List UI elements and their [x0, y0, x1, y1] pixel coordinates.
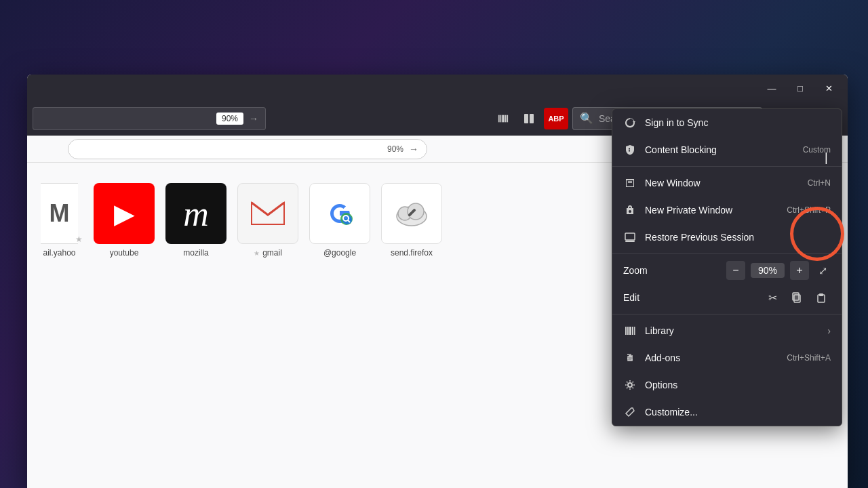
private-window-icon [623, 203, 637, 217]
svg-point-20 [408, 203, 424, 220]
content-blocking-label: Content Blocking [645, 144, 795, 155]
svg-rect-2 [502, 115, 505, 122]
svg-rect-32 [627, 327, 629, 335]
library-icon [623, 324, 637, 338]
menu-item-customize[interactable]: Customize... [612, 399, 842, 426]
shortcut-partial-mail[interactable]: M ail.yahoo [41, 183, 78, 258]
options-icon [623, 378, 637, 392]
zoom-label: Zoom [623, 265, 721, 276]
divider-2 [612, 253, 842, 254]
customize-label: Customize... [645, 407, 831, 418]
zoom-row: Zoom − 90% + ⤢ [612, 257, 842, 284]
paste-icon[interactable] [812, 288, 831, 307]
menu-item-sign-in-sync[interactable]: Sign in to Sync [612, 109, 842, 136]
reader-mode-button[interactable] [518, 108, 540, 129]
shortcut-send-firefox[interactable]: send.firefox [381, 183, 442, 258]
adblock-button[interactable]: ABP [544, 108, 568, 129]
browser-window: — □ ✕ 90% → ABP 🔍 [27, 75, 848, 488]
zoom-expand-icon[interactable]: ⤢ [814, 262, 831, 279]
google-label: @google [323, 248, 356, 258]
menu-item-restore-session[interactable]: Restore Previous Session [612, 224, 842, 251]
restore-session-label: Restore Previous Session [645, 232, 831, 243]
shortcut-youtube[interactable]: ▶ youtube [94, 183, 155, 258]
library-arrow: › [827, 325, 831, 336]
gmail-star: ★ [254, 249, 260, 257]
svg-rect-36 [629, 355, 631, 357]
menu-item-library[interactable]: Library › [612, 317, 842, 344]
menu-item-new-window[interactable]: New Window Ctrl+N [612, 169, 842, 197]
svg-rect-1 [500, 115, 502, 122]
sync-icon [623, 116, 637, 129]
send-firefox-label: send.firefox [391, 248, 433, 258]
minimize-button[interactable]: — [758, 78, 785, 98]
svg-rect-25 [625, 241, 635, 242]
cut-icon[interactable]: ✂ [763, 288, 782, 307]
gmail-icon [237, 183, 298, 244]
addons-icon [623, 351, 637, 365]
svg-rect-12 [250, 200, 285, 227]
sign-in-sync-label: Sign in to Sync [645, 117, 831, 128]
youtube-icon: ▶ [94, 183, 155, 244]
new-private-window-label: New Private Window [645, 205, 778, 216]
url-bar[interactable]: 90% → [33, 107, 266, 130]
svg-line-23 [412, 211, 412, 212]
gmail-label-row: ★ gmail [254, 248, 282, 258]
menu-item-options[interactable]: Options [612, 371, 842, 399]
adblock-label: ABP [548, 115, 564, 123]
mail-icon: M [41, 183, 78, 244]
svg-rect-33 [629, 327, 631, 335]
divider-1 [612, 166, 842, 167]
svg-rect-35 [634, 327, 635, 335]
new-window-icon [623, 176, 637, 190]
new-window-label: New Window [645, 178, 800, 188]
options-label: Options [645, 380, 831, 390]
svg-rect-6 [530, 114, 534, 123]
svg-rect-3 [505, 115, 507, 122]
address-zoom: 90% [387, 144, 403, 154]
addons-shortcut: Ctrl+Shift+A [787, 353, 831, 363]
dropdown-menu: Sign in to Sync Content Blocking Custom … [612, 108, 842, 426]
address-input[interactable]: 90% → [68, 139, 427, 159]
svg-rect-31 [625, 327, 627, 335]
mozilla-label: mozilla [183, 248, 208, 258]
zoom-badge: 90% [216, 113, 243, 125]
zoom-decrease-button[interactable]: − [726, 261, 745, 280]
search-icon: 🔍 [580, 112, 593, 125]
svg-rect-0 [498, 115, 500, 122]
zoom-increase-button[interactable]: + [790, 261, 809, 280]
customize-icon [623, 405, 637, 419]
maximize-button[interactable]: □ [787, 78, 814, 98]
google-icon [309, 183, 370, 244]
svg-rect-34 [632, 327, 633, 335]
divider-3 [612, 314, 842, 314]
zoom-value: 90% [751, 263, 785, 278]
close-button[interactable]: ✕ [815, 78, 842, 98]
library-label: Library [645, 325, 819, 336]
mozilla-icon: m [165, 183, 226, 244]
svg-rect-5 [524, 114, 528, 123]
youtube-label: youtube [110, 248, 139, 258]
shortcut-google[interactable]: @google [309, 183, 370, 258]
edit-label: Edit [623, 292, 755, 303]
svg-rect-4 [507, 115, 508, 122]
menu-item-addons[interactable]: Add-ons Ctrl+Shift+A [612, 344, 842, 371]
gmail-label: gmail [262, 248, 282, 258]
mail-star: ★ [75, 235, 83, 258]
url-arrow: → [249, 113, 258, 124]
send-firefox-icon [381, 183, 442, 244]
restore-session-icon [623, 230, 637, 244]
shortcut-gmail[interactable]: ★ gmail [237, 183, 298, 258]
title-bar: — □ ✕ [27, 75, 848, 102]
svg-rect-27 [793, 293, 799, 300]
menu-item-new-private-window[interactable]: New Private Window Ctrl+Shift+P [612, 197, 842, 224]
content-blocking-badge: Custom [803, 145, 831, 155]
new-window-shortcut: Ctrl+N [808, 178, 831, 188]
menu-item-content-blocking[interactable]: Content Blocking Custom [612, 136, 842, 163]
shortcut-mozilla[interactable]: m mozilla [165, 183, 226, 258]
address-arrow: → [409, 144, 418, 155]
svg-rect-30 [819, 293, 823, 296]
library-icon-button[interactable] [492, 108, 514, 129]
svg-point-37 [628, 383, 632, 387]
copy-icon[interactable] [787, 288, 806, 307]
mail-label: ail.yahoo [43, 248, 75, 258]
